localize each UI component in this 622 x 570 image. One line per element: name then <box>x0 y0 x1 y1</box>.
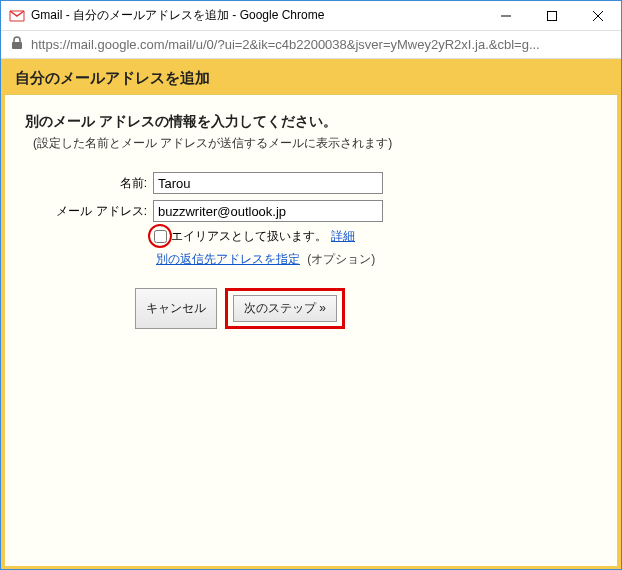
email-input[interactable] <box>153 200 383 222</box>
address-text: https://mail.google.com/mail/u/0/?ui=2&i… <box>31 37 540 52</box>
name-row: 名前: <box>25 172 597 194</box>
replyto-row: 別の返信先アドレスを指定 (オプション) <box>156 251 597 268</box>
replyto-optional: (オプション) <box>307 252 375 266</box>
titlebar: Gmail - 自分のメールアドレスを追加 - Google Chrome <box>1 1 621 31</box>
name-label: 名前: <box>25 175 153 192</box>
minimize-button[interactable] <box>483 1 529 31</box>
page-content: 自分のメールアドレスを追加 別のメール アドレスの情報を入力してください。 (設… <box>1 59 621 569</box>
email-label: メール アドレス: <box>25 203 153 220</box>
address-bar[interactable]: https://mail.google.com/mail/u/0/?ui=2&i… <box>1 31 621 59</box>
replyto-link[interactable]: 別の返信先アドレスを指定 <box>156 252 300 266</box>
cancel-button[interactable]: キャンセル <box>135 288 217 329</box>
chrome-window: Gmail - 自分のメールアドレスを追加 - Google Chrome ht… <box>0 0 622 570</box>
form-subheading: (設定した名前とメール アドレスが送信するメールに表示されます) <box>33 135 597 152</box>
alias-checkbox[interactable] <box>154 230 167 243</box>
form-panel: 別のメール アドレスの情報を入力してください。 (設定した名前とメール アドレス… <box>5 94 617 566</box>
email-row: メール アドレス: <box>25 200 597 222</box>
window-controls <box>483 1 621 31</box>
next-step-button[interactable]: 次のステップ » <box>233 295 337 322</box>
button-row: キャンセル 次のステップ » <box>135 288 597 329</box>
alias-row: エイリアスとして扱います。 詳細 <box>154 228 597 245</box>
page-title: 自分のメールアドレスを追加 <box>15 69 607 88</box>
gmail-icon <box>9 8 25 24</box>
page-header: 自分のメールアドレスを追加 <box>5 63 617 94</box>
window-title: Gmail - 自分のメールアドレスを追加 - Google Chrome <box>31 7 483 24</box>
svg-rect-4 <box>12 42 22 49</box>
form-heading: 別のメール アドレスの情報を入力してください。 <box>25 113 597 131</box>
lock-icon <box>11 36 23 53</box>
name-input[interactable] <box>153 172 383 194</box>
annotation-next-highlight: 次のステップ » <box>225 288 345 329</box>
alias-detail-link[interactable]: 詳細 <box>331 228 355 245</box>
close-button[interactable] <box>575 1 621 31</box>
maximize-button[interactable] <box>529 1 575 31</box>
svg-rect-1 <box>548 11 557 20</box>
alias-label: エイリアスとして扱います。 <box>171 228 327 245</box>
